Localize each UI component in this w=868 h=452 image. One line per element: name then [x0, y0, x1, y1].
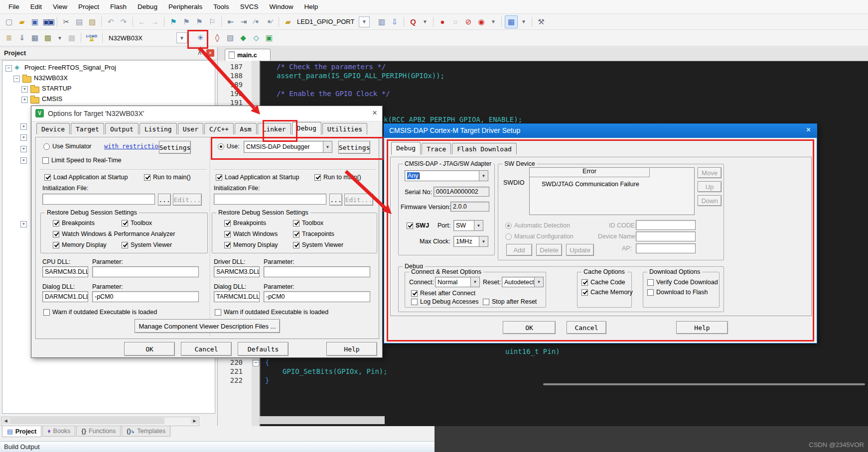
chevron-down-icon[interactable]: ▼ [479, 171, 488, 181]
tracepoints-checkbox[interactable] [293, 231, 299, 237]
dialog-param-input-right[interactable]: -pCM0 [264, 291, 370, 302]
chevron-down-icon[interactable]: ▼ [470, 277, 479, 287]
cpu-param-input[interactable] [92, 266, 199, 277]
download-load-icon[interactable]: LOAD⇊ [84, 32, 99, 44]
tab-debug[interactable]: Debug [292, 122, 321, 135]
run-to-main-checkbox-right[interactable] [314, 174, 321, 181]
dialog-dll-input-left[interactable]: DARMCM1.DLL [42, 291, 88, 302]
watch-windows-checkbox[interactable] [224, 231, 231, 237]
comment-icon[interactable]: ∕∗ [251, 16, 263, 28]
port-combo[interactable]: SW ▼ [453, 220, 483, 231]
driver-dll-input[interactable]: SARMCM3.DLL [214, 266, 260, 277]
chevron-down-icon[interactable]: ▼ [474, 221, 483, 230]
tree-item-cmsis[interactable]: CMSIS [42, 95, 62, 103]
redo-icon[interactable]: ↷ [118, 16, 130, 28]
tab-utilities[interactable]: Utilities [322, 123, 367, 134]
warn-outdated-checkbox-left[interactable] [43, 309, 50, 316]
toolbox-checkbox[interactable] [293, 220, 299, 226]
delete-button[interactable]: Delete [536, 244, 562, 256]
tree-item-project-root[interactable]: Project: FreeRTOS_Signal_Proj [24, 64, 116, 71]
menu-tools[interactable]: Tools [208, 1, 235, 12]
download-to-flash-checkbox[interactable] [647, 289, 654, 296]
manage-project-items-icon[interactable]: ▧ [224, 32, 236, 44]
max-clock-combo[interactable]: 1MHz ▼ [453, 236, 488, 247]
tab-asm[interactable]: Asm [235, 123, 256, 134]
adapter-combo[interactable]: Any ▼ [405, 170, 488, 181]
target-combo[interactable]: N32WB03X [106, 33, 175, 43]
tree-collapse-icon[interactable] [5, 65, 12, 72]
save-all-icon[interactable]: ▣▣ [42, 16, 54, 28]
new-file-icon[interactable]: ▢ [3, 16, 15, 28]
simulator-settings-button[interactable]: Settings [159, 141, 191, 154]
close-icon[interactable]: × [372, 108, 377, 118]
code-fold-icon[interactable] [253, 360, 259, 366]
tab-device[interactable]: Device [36, 123, 70, 134]
menu-debug[interactable]: Debug [132, 1, 163, 12]
system-viewer-checkbox[interactable] [293, 242, 299, 248]
menu-flash[interactable]: Flash [105, 1, 132, 12]
tree-expand-icon[interactable] [21, 97, 28, 103]
cancel-button[interactable]: Cancel [181, 342, 232, 356]
cache-code-checkbox[interactable] [581, 279, 588, 286]
bottom-tab-project[interactable]: ▤ Project [2, 426, 41, 437]
batch-build-dropdown[interactable]: ▼ [55, 33, 65, 43]
menu-window[interactable]: Window [264, 1, 298, 12]
editor-hscrollbar-thumb[interactable] [259, 416, 385, 424]
bottom-tab-templates[interactable]: ()↳ Templates [122, 426, 170, 437]
tree-collapse-icon[interactable] [13, 76, 20, 82]
project-panel-hscrollbar[interactable]: ◀ ▶ [1, 417, 199, 426]
dialog-dll-input-right[interactable]: TARMCM1.DLL [214, 291, 260, 302]
bookmark-prev-icon[interactable]: ⚑ [180, 16, 192, 28]
close-icon[interactable]: × [806, 125, 811, 134]
find-combo-dropdown[interactable]: ▼ [359, 16, 370, 27]
books-window-icon[interactable]: ▣ [263, 32, 275, 44]
watch-windows-checkbox[interactable] [53, 231, 59, 237]
close-panel-icon[interactable]: × [206, 49, 214, 57]
tree-expand-icon[interactable] [20, 123, 27, 130]
tree-expand-icon[interactable] [21, 86, 28, 93]
debugger-combo[interactable]: CMSIS-DAP Debugger ▼ [244, 141, 332, 153]
tab-trace[interactable]: Trace [422, 143, 451, 154]
tab-flash-download[interactable]: Flash Download [452, 143, 517, 154]
memory-display-checkbox[interactable] [53, 242, 59, 248]
find-options-dropdown[interactable]: ▼ [420, 17, 430, 27]
undo-icon[interactable]: ↶ [105, 16, 117, 28]
load-app-checkbox-right[interactable] [216, 174, 222, 181]
menu-file[interactable]: File [3, 1, 25, 12]
defaults-button[interactable]: Defaults [238, 342, 289, 356]
tree-expand-icon[interactable] [20, 146, 27, 152]
tab-cpp[interactable]: C/C++ [204, 123, 234, 134]
limit-speed-checkbox[interactable] [42, 157, 49, 164]
pin-icon[interactable]: ⊼ [197, 49, 202, 56]
toolbox-checkbox[interactable] [122, 220, 128, 226]
help-button[interactable]: Help [326, 342, 377, 356]
bookmark-toggle-icon[interactable]: ⚑ [167, 16, 179, 28]
move-button[interactable]: Move [698, 167, 722, 178]
select-software-packs-icon[interactable]: ◆ [237, 32, 249, 44]
navigate-back-icon[interactable]: ← [136, 16, 148, 28]
editor-tab-mainc[interactable]: main.c [225, 49, 271, 61]
chevron-down-icon[interactable]: ▼ [323, 141, 332, 152]
ok-button[interactable]: OK [124, 342, 175, 356]
tab-debug[interactable]: Debug [391, 142, 421, 155]
options-for-target-wand-icon[interactable]: ✳ [194, 32, 206, 44]
find-combo[interactable]: LED1_GPIO_PORT [295, 17, 358, 26]
breakpoint-insert-icon[interactable]: ● [436, 16, 448, 28]
tree-expand-icon[interactable] [20, 221, 27, 227]
breakpoints-checkbox[interactable] [53, 220, 59, 226]
open-file-icon[interactable]: ▰ [16, 16, 28, 28]
bottom-tab-books[interactable]: ♦ Books [42, 426, 75, 437]
copy-icon[interactable]: ▤ [73, 16, 85, 28]
build-icon[interactable]: ⇓ [16, 32, 28, 44]
edit-button[interactable]: Edit... [344, 194, 373, 206]
menu-view[interactable]: View [47, 1, 73, 12]
tree-expand-icon[interactable] [20, 157, 27, 164]
edit-button[interactable]: Edit... [173, 194, 202, 206]
chevron-down-icon[interactable]: ▼ [479, 236, 488, 246]
browse-button[interactable]: ... [158, 194, 171, 206]
navigate-forward-icon[interactable]: → [149, 16, 161, 28]
find-icon[interactable]: Q [407, 16, 419, 28]
bookmark-next-icon[interactable]: ⚑ [193, 16, 205, 28]
cut-icon[interactable]: ✂ [60, 16, 72, 28]
with-restrictions-link[interactable]: with restrictions [104, 143, 165, 150]
